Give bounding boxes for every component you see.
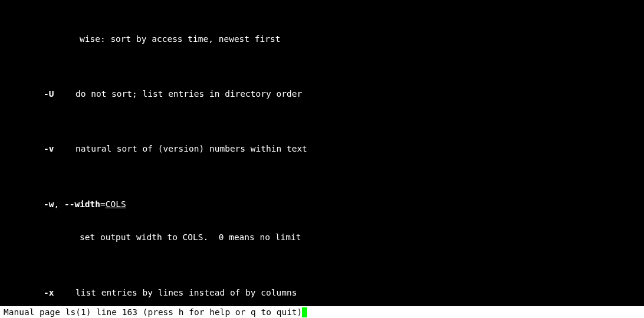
option-flag: -v	[44, 143, 75, 155]
manpage-content: wise: sort by access time, newest first …	[0, 0, 644, 318]
option-desc-continuation: wise: sort by access time, newest first	[12, 34, 637, 45]
option-flag-short: -w	[44, 199, 54, 209]
option-desc: natural sort of (version) numbers within…	[75, 144, 307, 153]
pager-status-text: Manual page ls(1) line 163 (press h for …	[4, 307, 302, 318]
option-flag: -U	[44, 88, 75, 100]
option-arg: COLS	[106, 199, 126, 209]
option-flag: -x	[44, 287, 75, 299]
option-flag-long: --width	[64, 199, 100, 209]
option-sep: ,	[54, 199, 64, 209]
option-desc: list entries by lines instead of by colu…	[75, 288, 297, 297]
option-eq: =	[100, 199, 106, 209]
option-x: -xlist entries by lines instead of by co…	[12, 287, 637, 299]
option-U: -Udo not sort; list entries in directory…	[12, 88, 637, 100]
option-desc: do not sort; list entries in directory o…	[75, 89, 302, 99]
option-v: -vnatural sort of (version) numbers with…	[12, 143, 637, 155]
cursor	[302, 307, 307, 317]
option-w: -w, --width=COLS	[12, 199, 637, 210]
option-w-desc: set output width to COLS. 0 means no lim…	[12, 232, 637, 243]
terminal-viewport[interactable]: wise: sort by access time, newest first …	[0, 0, 644, 44]
pager-status-bar[interactable]: Manual page ls(1) line 163 (press h for …	[0, 306, 644, 318]
